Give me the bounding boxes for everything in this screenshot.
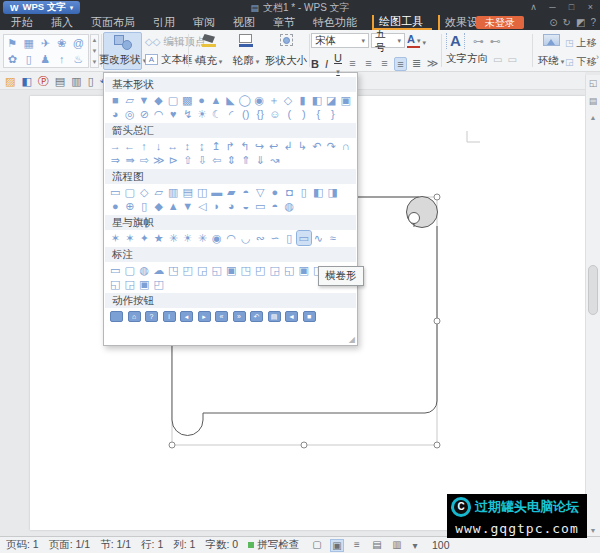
action-button-icon[interactable] [110,311,123,322]
maximize-icon[interactable]: □ [562,0,581,15]
action-button-icon[interactable]: ◄ [285,311,298,322]
shape-icon[interactable]: ▣ [224,263,239,277]
shape-icon[interactable]: ● [194,93,208,107]
shape-icon[interactable]: ▱ [122,93,136,107]
change-shape-button[interactable]: 更改形状 [103,32,142,70]
shape-icon[interactable]: ↳ [295,139,309,153]
gallery-more-icon[interactable]: ▼ [91,57,98,68]
action-button-icon[interactable]: ↶ [250,311,263,322]
shape-icon[interactable]: ↱ [223,139,237,153]
shape-icon[interactable]: ◰ [181,263,196,277]
action-button-icon[interactable]: ◂ [180,311,193,322]
print-icon[interactable]: ▤ [55,73,65,89]
shape-icon[interactable]: ⇒ [108,153,123,167]
web-layout-icon[interactable]: ▤ [370,539,384,552]
shape-icon[interactable]: ▯ [297,185,312,199]
underline-button[interactable]: U [334,52,342,76]
font-name-select[interactable]: 宋体▾ [311,33,369,48]
chevron-down-icon[interactable]: ▾ [411,540,419,551]
shape-icon[interactable]: ▭ [297,231,312,245]
shape-icon[interactable]: ✦ [137,231,152,245]
shape-icon[interactable]: ◜ [224,107,239,121]
tab-绘图工具[interactable]: 绘图工具 [372,15,432,30]
read-mode-icon[interactable]: ▥ [390,539,404,552]
shape-icon[interactable]: ≈ [326,231,341,245]
shape-icon[interactable]: ▼ [137,93,151,107]
shape-icon[interactable]: ↕ [180,139,194,153]
gallery-shape-icon[interactable]: ▦ [21,35,38,51]
shape-icon[interactable]: ↰ [238,139,252,153]
shape-icon[interactable]: ◣ [223,93,237,107]
shape-icon[interactable]: ✳ [166,231,181,245]
open-folder-icon[interactable]: ▨ [5,73,15,89]
shape-icon[interactable]: ◱ [282,263,297,277]
shape-icon[interactable]: ⇩ [195,153,210,167]
action-button-icon[interactable]: » [233,311,246,322]
shape-icon[interactable]: ☺ [268,107,283,121]
shape-icon[interactable]: ▭ [108,185,123,199]
save-icon[interactable]: ◧ [21,73,31,89]
indent-icon[interactable]: ≫ [426,57,439,71]
shape-icon[interactable]: ▢ [123,263,138,277]
shape-icon[interactable]: ↝ [268,153,283,167]
shape-icon[interactable]: ☁ [152,263,167,277]
shape-icon[interactable]: ▯ [137,199,152,213]
shape-icon[interactable]: ⇛ [123,153,138,167]
shape-icon[interactable]: ◓ [239,185,254,199]
gallery-up-icon[interactable]: ▲ [91,35,98,46]
wps-menu-button[interactable]: W WPS 文字 ▾ [3,1,80,14]
shape-icon[interactable]: ▢ [166,93,180,107]
shape-icon[interactable]: ◘ [282,185,297,199]
action-button-icon[interactable]: ■ [303,311,316,322]
shape-icon[interactable]: ⇦ [210,153,225,167]
outline-view-icon[interactable]: ≡ [350,539,364,552]
shape-icon[interactable]: ✳ [195,231,210,245]
shape-icon[interactable]: ◉ [252,93,266,107]
shape-icon[interactable]: ● [268,185,283,199]
shape-icon[interactable]: ▮ [295,93,309,107]
shape-icon[interactable]: ◆ [151,93,165,107]
shape-icon[interactable]: ◍ [282,199,297,213]
shape-icon[interactable]: ◲ [123,277,138,291]
close-icon[interactable]: × [581,0,600,15]
shape-icon[interactable]: ◫ [195,185,210,199]
action-button-icon[interactable]: ▸ [198,311,211,322]
refresh-icon[interactable]: ↻ [563,16,571,29]
shape-icon[interactable]: ⇨ [137,153,152,167]
collapse-window-icon[interactable]: ∧ [524,0,543,15]
shape-icon[interactable]: ▣ [137,277,152,291]
shape-icon[interactable]: → [108,139,122,153]
action-button-icon[interactable]: i [163,311,176,322]
link-icon[interactable]: ⊶ [473,35,484,48]
align-center-icon[interactable]: ≡ [362,57,375,71]
shape-icon[interactable]: ↔ [166,139,180,153]
bring-forward-button[interactable]: ◳上移 [565,36,597,50]
shape-icon[interactable]: ⊕ [123,199,138,213]
collapse-ribbon-icon[interactable]: ◱ [589,78,598,88]
scrollbar-thumb[interactable] [588,265,598,315]
shape-icon[interactable]: ↲ [281,139,295,153]
shape-icon[interactable]: ↓ [151,139,165,153]
minimize-icon[interactable]: ─ [543,0,562,15]
shape-icon[interactable]: ● [108,199,123,213]
font-size-select[interactable]: 五号▾ [371,33,405,48]
shape-icon[interactable]: ◠ [224,231,239,245]
tab-插入[interactable]: 插入 [42,15,82,30]
new-page-icon[interactable]: ▯ [88,73,94,89]
export-pdf-icon[interactable]: Ⓟ [38,73,49,89]
shape-icon[interactable]: ↷ [324,139,338,153]
gallery-shape-icon[interactable]: @ [70,35,87,51]
shape-icon[interactable]: ◲ [195,263,210,277]
shape-icon[interactable]: ◇ [137,185,152,199]
shape-icon[interactable]: ( [282,107,297,121]
shape-icon[interactable]: ▥ [166,185,181,199]
highlight-button[interactable] [422,35,426,47]
shape-icon[interactable]: ⇑ [239,153,254,167]
shape-icon[interactable]: ↥ [209,139,223,153]
vertical-scrollbar[interactable]: ◱ ▤ ▲ ▼ [585,75,600,536]
shape-icon[interactable]: ◰ [253,263,268,277]
bold-button[interactable]: B [311,58,319,70]
shape-icon[interactable]: ⇓ [253,153,268,167]
shape-icon[interactable]: ◆ [152,199,167,213]
font-color-button[interactable]: A [407,34,420,48]
